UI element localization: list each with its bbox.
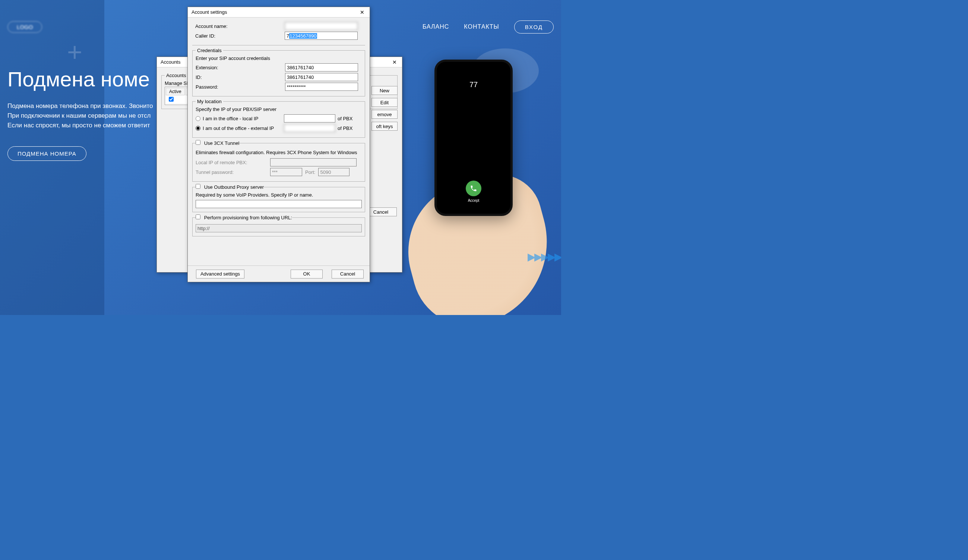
id-label: ID:	[196, 74, 285, 80]
caller-id-input[interactable]: 71234567890	[285, 31, 358, 40]
plus-decor-icon: +	[67, 37, 82, 67]
provisioning-url-input	[196, 224, 362, 232]
new-button[interactable]: New	[371, 86, 398, 95]
hero-line: При подключении к нашим серверам мы не о…	[7, 112, 153, 119]
credentials-hint: Enter your SIP account credentials	[196, 56, 362, 61]
nav-balance[interactable]: БАЛАНС	[423, 23, 449, 30]
phone-number-display: 77	[469, 81, 478, 89]
location-legend: My location	[196, 99, 223, 104]
accounts-close-icon[interactable]: ✕	[390, 58, 400, 66]
account-name-label: Account name:	[195, 23, 285, 29]
arrows-decor-icon: ▶▶▶▶▶	[527, 251, 561, 263]
row-active-checkbox[interactable]	[169, 97, 174, 102]
port-input	[318, 168, 350, 176]
credentials-legend: Credentials	[196, 48, 223, 53]
out-of-office-radio-label: I am out of the office - external IP	[203, 126, 284, 131]
cancel-button[interactable]: Cancel	[332, 269, 364, 279]
tunnel-checkbox-label: Use 3CX Tunnel	[204, 140, 240, 146]
nav-enter-button[interactable]: ВХОД	[514, 20, 554, 33]
of-pbx-label: of PBX	[338, 126, 353, 131]
password-input[interactable]	[285, 83, 358, 91]
hero-title: Подмена номе	[7, 67, 153, 91]
logo-button[interactable]: LOGO	[7, 21, 42, 33]
of-pbx-label: of PBX	[338, 116, 353, 121]
advanced-settings-button[interactable]: Advanced settings	[196, 269, 244, 279]
col-active[interactable]: Active	[166, 88, 185, 95]
office-radio-label: I am in the office - local IP	[203, 116, 284, 121]
proxy-input[interactable]	[196, 200, 362, 208]
hero-line: Подмена номера телефона при звонках. Зво…	[7, 102, 153, 110]
account-name-input[interactable]	[285, 22, 358, 30]
extension-input[interactable]	[285, 63, 358, 71]
ok-button[interactable]: OK	[291, 269, 323, 279]
extension-label: Extension:	[196, 65, 285, 70]
office-radio[interactable]	[196, 116, 201, 121]
caller-id-label: Caller ID:	[195, 33, 285, 39]
password-label: Password:	[196, 84, 285, 90]
provisioning-checkbox-label: Perform provisioning from following URL:	[204, 215, 292, 220]
id-input[interactable]	[285, 73, 358, 81]
phone-illustration: 77 Accept	[434, 59, 513, 216]
phone-accept-label: Accept	[468, 198, 479, 203]
out-of-office-radio[interactable]	[196, 126, 201, 131]
cta-button[interactable]: ПОДМЕНА НОМЕРА	[7, 146, 86, 161]
accounts-dialog-title: Accounts	[161, 59, 180, 65]
tunnel-checkbox[interactable]	[196, 140, 201, 145]
account-settings-dialog: Account settings ✕ Account name: Caller …	[187, 7, 370, 282]
phone-accept-icon	[466, 180, 481, 196]
nav-contacts[interactable]: КОНТАКТЫ	[464, 23, 499, 30]
softkeys-button[interactable]: oft keys	[371, 122, 398, 131]
tunnel-local-ip-input	[270, 158, 356, 167]
office-ip-input[interactable]	[284, 114, 335, 122]
tunnel-description: Eliminates firewall configuration. Requi…	[196, 150, 362, 155]
settings-dialog-title: Account settings	[192, 9, 227, 15]
proxy-checkbox-label: Use Outbound Proxy server	[204, 184, 264, 190]
tunnel-local-ip-label: Local IP of remote PBX:	[196, 160, 270, 165]
port-label: Port:	[305, 169, 315, 175]
external-ip-input[interactable]	[284, 124, 335, 132]
remove-button[interactable]: emove	[371, 110, 398, 119]
tunnel-password-input	[270, 168, 302, 176]
accounts-group-legend: Accounts	[165, 73, 187, 78]
location-hint: Specify the IP of your PBX/SIP server	[196, 106, 362, 112]
provisioning-checkbox[interactable]	[196, 215, 201, 219]
proxy-description: Required by some VoIP Providers. Specify…	[196, 192, 362, 198]
edit-button[interactable]: Edit	[371, 98, 398, 107]
hero-line: Если нас спросят, мы просто не сможем от…	[7, 122, 153, 129]
proxy-checkbox[interactable]	[196, 184, 201, 189]
tunnel-password-label: Tunnel password:	[196, 169, 270, 175]
settings-close-icon[interactable]: ✕	[357, 8, 367, 16]
